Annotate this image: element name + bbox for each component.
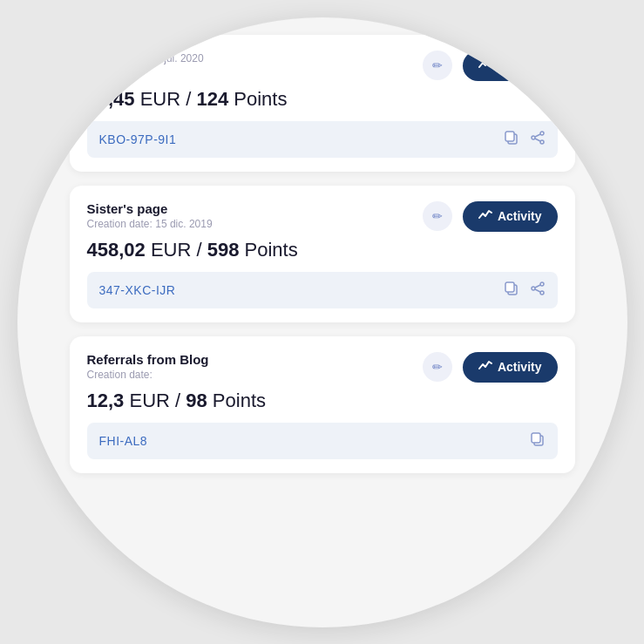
card-3-activity-label: Activity: [498, 360, 542, 374]
card-2-amount-row: 458,02 EUR / 598 Points: [87, 239, 558, 261]
card-1-code-row: KBO-97P-9I1: [87, 121, 558, 158]
pencil-icon-2: ✏: [432, 209, 443, 223]
card-2-currency: EUR /: [151, 239, 207, 261]
svg-point-3: [540, 140, 544, 144]
card-3-points: 98: [186, 390, 207, 411]
card-3-currency: EUR /: [129, 390, 186, 411]
card-1-copy-button[interactable]: [504, 130, 519, 149]
card-3-code-row: FHI-AL8: [87, 423, 558, 459]
card-3-copy-button[interactable]: [530, 431, 546, 451]
card-3-amount: 12,3 EUR / 98 Points: [87, 390, 267, 411]
card-3-points-label: Points: [207, 390, 266, 411]
svg-line-13: [535, 289, 540, 292]
card-1: Creation date: 8 jul. 2020 ✏ Activity: [70, 35, 575, 172]
copy-icon-3: [530, 431, 546, 451]
card-3-activity-button[interactable]: Activity: [463, 352, 558, 383]
card-3: Referrals from Blog Creation date: ✏ Act…: [70, 336, 575, 473]
card-3-date: Creation date:: [87, 369, 209, 381]
svg-rect-1: [505, 132, 514, 141]
card-1-header: Creation date: 8 jul. 2020 ✏ Activity: [87, 51, 558, 81]
card-1-currency: EUR /: [140, 88, 197, 110]
card-2-title: Sister's page: [87, 201, 213, 216]
card-1-amount-row: 23,45 EUR / 124 Points: [87, 88, 558, 111]
card-1-amount: 23,45 EUR / 124 Points: [87, 88, 288, 110]
card-2-share-button[interactable]: [530, 281, 546, 300]
card-1-activity-icon: [478, 58, 492, 73]
card-2-amount-value: 458,02: [87, 239, 146, 261]
card-1-points-label: Points: [228, 88, 287, 110]
svg-point-9: [540, 282, 544, 286]
card-2: Sister's page Creation date: 15 dic. 201…: [70, 186, 575, 322]
card-2-edit-button[interactable]: ✏: [423, 201, 452, 231]
pencil-icon: ✏: [432, 58, 443, 72]
svg-point-4: [532, 136, 535, 139]
card-3-header: Referrals from Blog Creation date: ✏ Act…: [87, 352, 558, 383]
card-2-date: Creation date: 15 dic. 2019: [87, 218, 213, 230]
share-icon: [530, 130, 546, 149]
card-2-activity-button[interactable]: Activity: [463, 201, 558, 232]
card-3-amount-row: 12,3 EUR / 98 Points: [87, 390, 558, 412]
card-2-activity-icon: [478, 209, 492, 224]
card-1-activity-button[interactable]: Activity: [463, 51, 558, 81]
share-icon-2: [530, 281, 546, 300]
card-3-edit-button[interactable]: ✏: [423, 352, 452, 382]
content-area: Creation date: 8 jul. 2020 ✏ Activity: [17, 17, 627, 627]
svg-point-11: [532, 287, 535, 290]
card-2-activity-label: Activity: [498, 209, 542, 223]
card-3-code-actions: [530, 431, 546, 451]
card-1-code: KBO-97P-9I1: [99, 132, 177, 146]
card-1-header-right: ✏ Activity: [423, 51, 558, 81]
card-2-header-right: ✏ Activity: [423, 201, 558, 232]
svg-line-5: [535, 134, 540, 137]
card-3-header-right: ✏ Activity: [423, 352, 558, 383]
card-1-points: 124: [196, 88, 228, 110]
card-1-edit-button[interactable]: ✏: [423, 51, 452, 80]
card-2-code: 347-XKC-IJR: [99, 283, 176, 297]
card-2-points: 598: [207, 239, 240, 261]
card-1-title-section: Creation date: 8 jul. 2020: [87, 51, 204, 64]
svg-rect-15: [532, 433, 540, 443]
card-3-title-section: Referrals from Blog Creation date:: [87, 352, 209, 381]
card-2-amount: 458,02 EUR / 598 Points: [87, 239, 298, 261]
svg-line-6: [535, 139, 540, 141]
svg-point-10: [540, 291, 544, 295]
svg-rect-8: [505, 282, 514, 292]
svg-line-12: [535, 285, 540, 288]
card-1-amount-value: 23,45: [87, 88, 135, 110]
svg-point-2: [540, 132, 544, 135]
card-2-code-actions: [504, 281, 546, 300]
card-2-header: Sister's page Creation date: 15 dic. 201…: [87, 201, 558, 232]
copy-icon-2: [504, 281, 519, 300]
card-3-amount-value: 12,3: [87, 390, 125, 411]
card-3-code: FHI-AL8: [99, 434, 148, 448]
card-3-activity-icon: [478, 360, 492, 375]
card-2-title-section: Sister's page Creation date: 15 dic. 201…: [87, 201, 213, 230]
card-2-points-label: Points: [239, 239, 297, 261]
card-1-code-actions: [504, 130, 546, 149]
card-1-date: Creation date: 8 jul. 2020: [87, 52, 204, 64]
main-circle: Creation date: 8 jul. 2020 ✏ Activity: [17, 17, 627, 627]
card-2-copy-button[interactable]: [504, 281, 519, 300]
card-2-code-row: 347-XKC-IJR: [87, 272, 558, 308]
copy-icon: [504, 130, 519, 149]
card-3-title: Referrals from Blog: [87, 352, 209, 367]
card-1-share-button[interactable]: [530, 130, 546, 149]
pencil-icon-3: ✏: [432, 360, 443, 374]
card-1-activity-label: Activity: [498, 58, 542, 72]
